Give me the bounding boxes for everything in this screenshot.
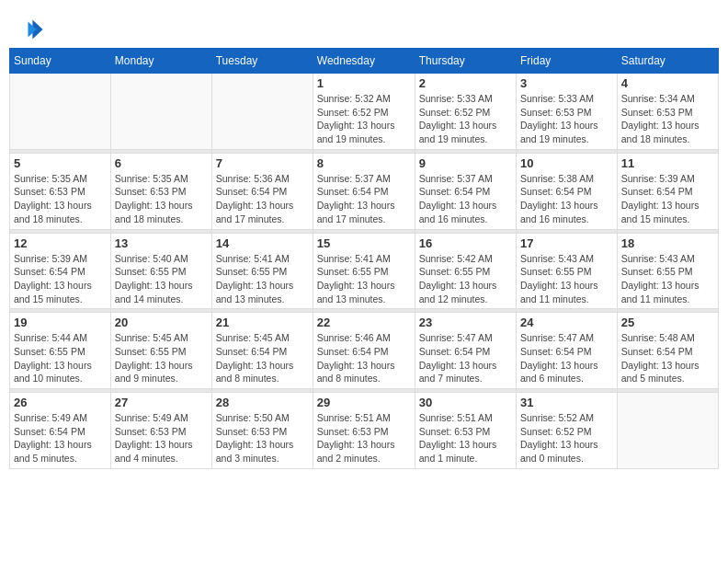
day-cell [617,393,718,469]
day-number: 2 [419,76,512,90]
week-row-1: 1Sunrise: 5:32 AM Sunset: 6:52 PM Daylig… [10,74,719,150]
day-info: Sunrise: 5:48 AM Sunset: 6:54 PM Dayligh… [621,331,714,385]
day-number: 1 [317,76,411,90]
day-number: 17 [520,236,613,250]
day-info: Sunrise: 5:39 AM Sunset: 6:54 PM Dayligh… [14,252,107,306]
day-cell: 5Sunrise: 5:35 AM Sunset: 6:53 PM Daylig… [10,153,111,229]
day-number: 27 [115,396,208,409]
day-cell: 3Sunrise: 5:33 AM Sunset: 6:53 PM Daylig… [516,74,617,150]
day-cell: 21Sunrise: 5:45 AM Sunset: 6:54 PM Dayli… [211,313,313,389]
day-cell: 20Sunrise: 5:45 AM Sunset: 6:55 PM Dayli… [110,313,211,389]
day-info: Sunrise: 5:51 AM Sunset: 6:53 PM Dayligh… [419,411,512,465]
day-cell: 2Sunrise: 5:33 AM Sunset: 6:52 PM Daylig… [415,74,516,150]
day-cell [110,74,211,150]
logo-icon [18,17,44,42]
day-cell: 11Sunrise: 5:39 AM Sunset: 6:54 PM Dayli… [617,153,718,229]
day-info: Sunrise: 5:32 AM Sunset: 6:52 PM Dayligh… [317,92,411,146]
day-number: 20 [115,316,208,329]
day-cell: 8Sunrise: 5:37 AM Sunset: 6:54 PM Daylig… [313,153,415,229]
weekday-wednesday: Wednesday [313,49,415,74]
day-info: Sunrise: 5:33 AM Sunset: 6:53 PM Dayligh… [520,92,613,146]
day-cell: 9Sunrise: 5:37 AM Sunset: 6:54 PM Daylig… [415,153,516,229]
day-number: 31 [520,396,613,409]
calendar-body: 1Sunrise: 5:32 AM Sunset: 6:52 PM Daylig… [10,74,719,469]
day-cell: 23Sunrise: 5:47 AM Sunset: 6:54 PM Dayli… [415,313,516,389]
day-cell: 30Sunrise: 5:51 AM Sunset: 6:53 PM Dayli… [415,393,516,469]
day-number: 10 [520,156,613,170]
day-number: 6 [115,156,208,170]
day-info: Sunrise: 5:46 AM Sunset: 6:54 PM Dayligh… [317,331,411,385]
day-info: Sunrise: 5:51 AM Sunset: 6:53 PM Dayligh… [317,411,411,465]
day-number: 8 [317,156,411,170]
day-cell: 10Sunrise: 5:38 AM Sunset: 6:54 PM Dayli… [516,153,617,229]
week-row-3: 12Sunrise: 5:39 AM Sunset: 6:54 PM Dayli… [10,233,719,309]
page-header [9,9,719,48]
day-cell: 31Sunrise: 5:52 AM Sunset: 6:52 PM Dayli… [516,393,617,469]
day-cell: 13Sunrise: 5:40 AM Sunset: 6:55 PM Dayli… [110,233,211,309]
day-cell: 29Sunrise: 5:51 AM Sunset: 6:53 PM Dayli… [313,393,415,469]
day-number: 13 [115,236,208,250]
day-number: 12 [14,236,107,250]
week-row-2: 5Sunrise: 5:35 AM Sunset: 6:53 PM Daylig… [10,153,719,229]
day-info: Sunrise: 5:50 AM Sunset: 6:53 PM Dayligh… [216,411,309,465]
day-number: 22 [317,316,411,329]
day-info: Sunrise: 5:47 AM Sunset: 6:54 PM Dayligh… [419,331,512,385]
day-cell: 7Sunrise: 5:36 AM Sunset: 6:54 PM Daylig… [211,153,313,229]
day-cell: 19Sunrise: 5:44 AM Sunset: 6:55 PM Dayli… [10,313,111,389]
day-info: Sunrise: 5:49 AM Sunset: 6:54 PM Dayligh… [14,411,107,465]
weekday-saturday: Saturday [617,49,718,74]
weekday-sunday: Sunday [10,49,111,74]
day-info: Sunrise: 5:38 AM Sunset: 6:54 PM Dayligh… [520,172,613,226]
day-cell: 25Sunrise: 5:48 AM Sunset: 6:54 PM Dayli… [617,313,718,389]
day-cell: 24Sunrise: 5:47 AM Sunset: 6:54 PM Dayli… [516,313,617,389]
weekday-tuesday: Tuesday [211,49,313,74]
day-info: Sunrise: 5:34 AM Sunset: 6:53 PM Dayligh… [621,92,714,146]
day-cell: 6Sunrise: 5:35 AM Sunset: 6:53 PM Daylig… [110,153,211,229]
weekday-friday: Friday [516,49,617,74]
day-cell: 18Sunrise: 5:43 AM Sunset: 6:55 PM Dayli… [617,233,718,309]
day-number: 21 [216,316,309,329]
day-cell: 22Sunrise: 5:46 AM Sunset: 6:54 PM Dayli… [313,313,415,389]
week-row-5: 26Sunrise: 5:49 AM Sunset: 6:54 PM Dayli… [10,393,719,469]
day-cell: 15Sunrise: 5:41 AM Sunset: 6:55 PM Dayli… [313,233,415,309]
day-cell: 26Sunrise: 5:49 AM Sunset: 6:54 PM Dayli… [10,393,111,469]
logo [18,17,44,42]
day-cell: 28Sunrise: 5:50 AM Sunset: 6:53 PM Dayli… [211,393,313,469]
calendar-table: SundayMondayTuesdayWednesdayThursdayFrid… [9,48,719,469]
day-number: 5 [14,156,107,170]
day-info: Sunrise: 5:52 AM Sunset: 6:52 PM Dayligh… [520,411,613,465]
day-info: Sunrise: 5:43 AM Sunset: 6:55 PM Dayligh… [621,252,714,306]
day-info: Sunrise: 5:47 AM Sunset: 6:54 PM Dayligh… [520,331,613,385]
day-number: 11 [621,156,714,170]
day-number: 7 [216,156,309,170]
day-number: 15 [317,236,411,250]
day-cell [211,74,313,150]
day-number: 16 [419,236,512,250]
day-info: Sunrise: 5:41 AM Sunset: 6:55 PM Dayligh… [317,252,411,306]
day-info: Sunrise: 5:44 AM Sunset: 6:55 PM Dayligh… [14,331,107,385]
day-info: Sunrise: 5:37 AM Sunset: 6:54 PM Dayligh… [317,172,411,226]
day-info: Sunrise: 5:36 AM Sunset: 6:54 PM Dayligh… [216,172,309,226]
day-number: 3 [520,76,613,90]
day-number: 19 [14,316,107,329]
day-info: Sunrise: 5:35 AM Sunset: 6:53 PM Dayligh… [14,172,107,226]
day-number: 30 [419,396,512,409]
week-row-4: 19Sunrise: 5:44 AM Sunset: 6:55 PM Dayli… [10,313,719,389]
day-cell: 16Sunrise: 5:42 AM Sunset: 6:55 PM Dayli… [415,233,516,309]
day-info: Sunrise: 5:41 AM Sunset: 6:55 PM Dayligh… [216,252,309,306]
day-cell: 17Sunrise: 5:43 AM Sunset: 6:55 PM Dayli… [516,233,617,309]
day-cell: 14Sunrise: 5:41 AM Sunset: 6:55 PM Dayli… [211,233,313,309]
day-number: 9 [419,156,512,170]
weekday-thursday: Thursday [415,49,516,74]
day-info: Sunrise: 5:45 AM Sunset: 6:54 PM Dayligh… [216,331,309,385]
day-info: Sunrise: 5:33 AM Sunset: 6:52 PM Dayligh… [419,92,512,146]
weekday-monday: Monday [110,49,211,74]
weekday-header-row: SundayMondayTuesdayWednesdayThursdayFrid… [10,49,719,74]
day-info: Sunrise: 5:42 AM Sunset: 6:55 PM Dayligh… [419,252,512,306]
day-number: 23 [419,316,512,329]
day-cell [10,74,111,150]
day-info: Sunrise: 5:35 AM Sunset: 6:53 PM Dayligh… [115,172,208,226]
day-info: Sunrise: 5:39 AM Sunset: 6:54 PM Dayligh… [621,172,714,226]
day-info: Sunrise: 5:43 AM Sunset: 6:55 PM Dayligh… [520,252,613,306]
day-number: 28 [216,396,309,409]
